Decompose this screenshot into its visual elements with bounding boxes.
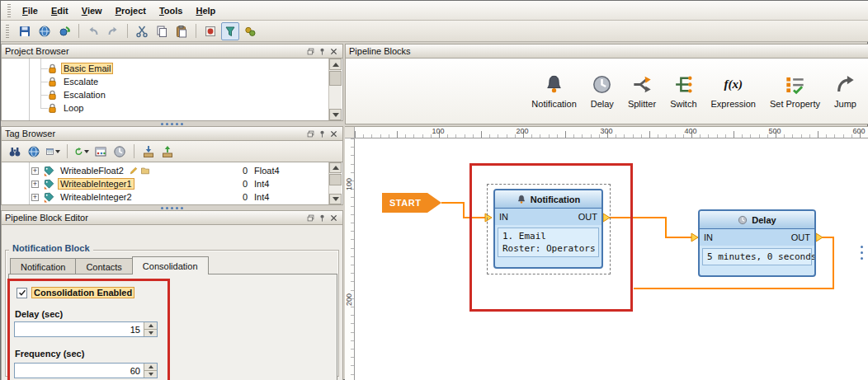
spinner-down-button[interactable] [144, 371, 157, 378]
notification-block[interactable]: Notification IN OUT 1. Email Roster: Ope… [493, 189, 603, 269]
float-panel-button[interactable] [304, 212, 316, 223]
consolidation-checkbox-label[interactable]: Consolidation Enabled [31, 287, 134, 298]
pin-icon [318, 47, 327, 56]
globe-icon [27, 145, 40, 158]
float-panel-button[interactable] [304, 128, 316, 139]
tag-datatype: Int4 [254, 192, 305, 202]
open-project-button[interactable] [35, 22, 54, 40]
out-port-label[interactable]: OUT [791, 232, 810, 242]
spinner-down-button[interactable] [144, 330, 157, 336]
paste-button[interactable] [172, 22, 191, 40]
spinner-up-button[interactable] [144, 364, 157, 371]
ruler-corner [345, 127, 355, 138]
menu-file[interactable]: File [16, 3, 45, 18]
pin-panel-button[interactable] [316, 128, 328, 139]
publish-button[interactable] [55, 22, 73, 40]
palette-item-jump[interactable]: Jump [834, 74, 856, 109]
pipeline-blocks-title: Pipeline Blocks [349, 46, 865, 56]
pin-panel-button[interactable] [316, 45, 328, 57]
palette-item-notification[interactable]: Notification [531, 74, 576, 109]
expand-icon[interactable]: + [31, 194, 39, 201]
palette-item-delay[interactable]: Delay [591, 74, 614, 109]
scroll-down-button[interactable] [329, 109, 342, 120]
expand-icon[interactable]: + [31, 181, 39, 188]
in-port-label[interactable]: IN [499, 212, 508, 222]
palette-item-expression[interactable]: f(x) Expression [711, 74, 756, 109]
pin-panel-button[interactable] [316, 212, 328, 223]
tag-view-button[interactable] [45, 143, 61, 160]
export-tags-button[interactable] [159, 143, 176, 160]
pipeline-canvas[interactable]: START Notification IN OUT 1. Email Roste… [355, 138, 868, 380]
menubar-grip[interactable] [7, 4, 11, 17]
tree-item-escalation[interactable]: Escalation [47, 88, 108, 101]
tag-name: WriteableInteger2 [58, 191, 134, 203]
delay-input[interactable] [15, 322, 144, 336]
copy-button[interactable] [153, 22, 171, 40]
close-panel-button[interactable] [328, 212, 339, 223]
tree-item-escalate[interactable]: Escalate [47, 75, 101, 88]
find-tags-button[interactable] [7, 143, 23, 160]
alarm-journal-button[interactable] [201, 22, 219, 40]
menu-project[interactable]: Project [109, 3, 153, 18]
menu-help[interactable]: Help [189, 3, 222, 18]
tag-table-scrollbar[interactable] [328, 162, 342, 204]
tag-row-writeableinteger2[interactable]: + WriteableInteger2 0 Int4 [2, 190, 328, 204]
save-button[interactable] [16, 22, 34, 40]
palette-item-splitter[interactable]: Splitter [628, 74, 656, 109]
scroll-up-button[interactable] [329, 162, 342, 173]
alarm-pipelines-button[interactable] [221, 22, 239, 40]
menu-tools[interactable]: Tools [153, 3, 190, 18]
horizontal-ruler: 100 200 300 400 500 600 [355, 127, 868, 138]
menu-view[interactable]: View [75, 3, 109, 18]
refresh-tags-button[interactable] [73, 143, 90, 160]
spinner-up-button[interactable] [144, 322, 157, 330]
toolbar-separator [127, 24, 128, 38]
toolbar-separator [67, 144, 68, 158]
tag-row-writeablefloat2[interactable]: + WriteableFloat2 0 Float4 [2, 164, 328, 177]
splitter-handle[interactable] [861, 246, 863, 260]
project-settings-button[interactable] [241, 22, 259, 40]
tag-row-writeableinteger1[interactable]: + WriteableInteger1 0 Int4 [2, 177, 328, 190]
tag-history-button[interactable] [111, 143, 128, 160]
delay-block[interactable]: Delay IN OUT 5 minutes, 0 seconds [698, 209, 816, 277]
float-panel-button[interactable] [304, 45, 316, 57]
close-panel-button[interactable] [328, 128, 339, 139]
tab-consolidation[interactable]: Consolidation [132, 256, 209, 274]
cut-button[interactable] [133, 22, 151, 40]
in-port-label[interactable]: IN [704, 232, 713, 242]
scroll-up-button[interactable] [329, 59, 342, 70]
palette-item-set-property[interactable]: Set Property [770, 74, 820, 109]
redo-button[interactable] [104, 22, 122, 40]
tab-contacts[interactable]: Contacts [75, 258, 132, 274]
tab-notification[interactable]: Notification [10, 258, 76, 274]
toolbar-grip[interactable] [6, 25, 9, 38]
tag-browser-toolbar [1, 141, 343, 162]
out-port-label[interactable]: OUT [578, 212, 597, 222]
ruler-label: 200 [345, 296, 353, 306]
binoculars-icon [8, 145, 21, 158]
tree-item-basic-email[interactable]: Basic Email [47, 62, 113, 75]
block-io-row: IN OUT [700, 229, 814, 246]
scroll-thumb[interactable] [329, 174, 342, 185]
float-icon [306, 213, 315, 223]
frequency-input[interactable] [15, 364, 144, 378]
import-tags-button[interactable] [140, 143, 157, 160]
toolbar-separator [78, 24, 79, 38]
publish-icon [58, 25, 71, 38]
pipeline-icon [47, 90, 58, 101]
frequency-spinner [14, 363, 158, 378]
scroll-thumb[interactable] [329, 71, 342, 86]
tree-item-loop[interactable]: Loop [47, 101, 86, 115]
browse-devices-button[interactable] [26, 143, 42, 160]
tag-browser-title: Tag Browser [5, 129, 304, 138]
scroll-down-button[interactable] [329, 194, 342, 204]
undo-button[interactable] [84, 22, 102, 40]
palette-label: Switch [670, 99, 696, 109]
opc-browse-button[interactable] [92, 143, 109, 160]
expand-icon[interactable]: + [31, 167, 39, 175]
consolidation-checkbox[interactable] [17, 288, 27, 298]
close-panel-button[interactable] [328, 45, 339, 57]
project-tree-scrollbar[interactable] [328, 59, 342, 120]
palette-item-switch[interactable]: Switch [670, 74, 696, 109]
menu-edit[interactable]: Edit [45, 3, 75, 18]
